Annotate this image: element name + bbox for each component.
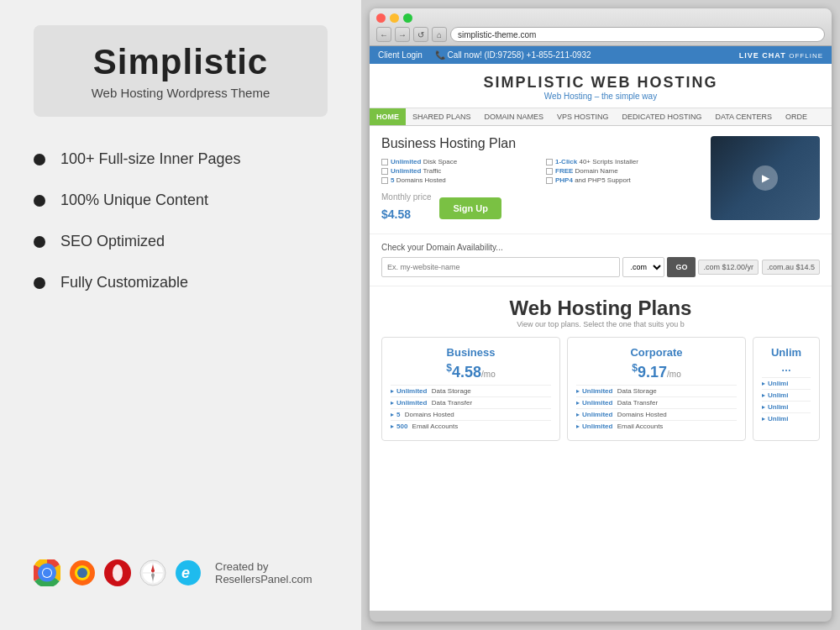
check-icon bbox=[381, 159, 388, 165]
plan-info: Business Hosting Plan Unlimited Disk Spa… bbox=[381, 136, 702, 223]
bullet-icon bbox=[34, 154, 45, 165]
safari-browser-icon bbox=[139, 558, 166, 588]
plan-card-business: Business $4.58/mo Unlimited Data Storage… bbox=[381, 337, 560, 441]
signup-button[interactable]: Sign Up bbox=[439, 197, 501, 219]
list-item: Unlimi bbox=[762, 401, 811, 412]
list-item: Unlimited Data Transfer bbox=[391, 396, 551, 408]
nav-item-home[interactable]: HOME bbox=[370, 108, 406, 125]
svg-point-5 bbox=[77, 568, 87, 578]
left-footer: e Created by ResellersPanel.com bbox=[34, 558, 328, 605]
list-item: Unlimited Data Storage bbox=[391, 385, 551, 396]
list-item: Unlimited Email Accounts bbox=[576, 420, 737, 432]
domain-go-button[interactable]: GO bbox=[667, 257, 696, 277]
svg-point-2 bbox=[43, 569, 51, 577]
site-title: SIMPLISTIC WEB HOSTING bbox=[378, 74, 823, 92]
nav-item-order[interactable]: ORDE bbox=[779, 108, 814, 125]
domain-title: Check your Domain Availability... bbox=[381, 243, 820, 252]
features-list: 100+ Full-size Inner Pages 100% Unique C… bbox=[34, 150, 328, 315]
bullet-icon bbox=[34, 195, 45, 207]
monthly-price: $4.58 bbox=[381, 202, 431, 223]
maximize-dot[interactable] bbox=[403, 13, 412, 23]
list-item: Unlimi bbox=[762, 389, 811, 401]
svg-point-7 bbox=[113, 564, 123, 581]
plan-features-grid: Unlimited Disk Space 1-Click 40+ Scripts… bbox=[381, 158, 702, 184]
nav-item-dedicated[interactable]: DEDICATED HOSTING bbox=[616, 108, 709, 125]
back-button[interactable]: ← bbox=[376, 27, 391, 42]
plans-grid: Business $4.58/mo Unlimited Data Storage… bbox=[381, 337, 820, 441]
domain-tld-select[interactable]: .com .net .org bbox=[622, 257, 664, 277]
minimize-dot[interactable] bbox=[390, 13, 399, 23]
list-item: SEO Optimized bbox=[34, 233, 328, 250]
plan-feature: PHP4 and PHP5 Support bbox=[546, 176, 702, 184]
ie-browser-icon: e bbox=[175, 558, 202, 588]
product-subtitle: Web Hosting Wordpress Theme bbox=[59, 86, 302, 100]
plan-feature: FREE Domain Name bbox=[546, 167, 702, 175]
right-panel: ← → ↺ ⌂ simplistic-theme.com Client Logi… bbox=[361, 0, 840, 630]
plan-features-list: Unlimited Data Storage Unlimited Data Tr… bbox=[391, 385, 551, 432]
bullet-icon bbox=[34, 277, 45, 289]
list-item: Unlimited Data Transfer bbox=[576, 396, 737, 408]
product-title: Simplistic bbox=[59, 42, 302, 82]
window-controls bbox=[376, 13, 825, 23]
plan-pricing: Monthly price $4.58 Sign Up bbox=[381, 192, 702, 223]
login-link[interactable]: Client Login bbox=[378, 50, 423, 60]
url-text: simplistic-theme.com bbox=[458, 30, 536, 39]
website-content: Client Login 📞 Call now! (ID:97258) +1-8… bbox=[370, 46, 832, 611]
footer-credit: Created by ResellersPanel.com bbox=[215, 560, 328, 585]
plan-card-title: Business bbox=[391, 346, 551, 359]
check-icon bbox=[546, 159, 553, 165]
plan-feature: 1-Click 40+ Scripts Installer bbox=[546, 158, 702, 165]
site-header: SIMPLISTIC WEB HOSTING Web Hosting – the… bbox=[370, 64, 832, 108]
plan-card-unlimited: Unlim … Unlimi Unlimi Unlimi Unlimi bbox=[753, 337, 820, 441]
list-item: 5 Domains Hosted bbox=[391, 408, 551, 420]
site-topbar: Client Login 📞 Call now! (ID:97258) +1-8… bbox=[370, 46, 832, 64]
monthly-label: Monthly price bbox=[381, 192, 431, 202]
list-item: Unlimited Domains Hosted bbox=[576, 408, 737, 420]
left-content: Simplistic Web Hosting Wordpress Theme 1… bbox=[34, 25, 328, 315]
list-item: Unlimited Data Storage bbox=[576, 385, 737, 396]
title-box: Simplistic Web Hosting Wordpress Theme bbox=[34, 25, 328, 117]
call-info: 📞 Call now! (ID:97258) +1-855-211-0932 bbox=[435, 50, 591, 60]
browser-toolbar: ← → ↺ ⌂ simplistic-theme.com bbox=[376, 27, 825, 42]
address-bar[interactable]: simplistic-theme.com bbox=[450, 27, 825, 42]
plan-video-thumbnail: ▶ bbox=[711, 136, 820, 220]
play-button[interactable]: ▶ bbox=[753, 165, 778, 191]
list-item: Unlimi bbox=[762, 412, 811, 424]
browser-chrome: ← → ↺ ⌂ simplistic-theme.com bbox=[370, 8, 832, 46]
plan-features-list: Unlimited Data Storage Unlimited Data Tr… bbox=[576, 385, 737, 432]
domain-section: Check your Domain Availability... .com .… bbox=[370, 234, 832, 286]
domain-search-form: .com .net .org GO .com $12.00/yr .com.au… bbox=[381, 257, 820, 277]
opera-browser-icon bbox=[104, 558, 131, 588]
check-icon bbox=[381, 168, 388, 175]
site-nav: HOME SHARED PLANS DOMAIN NAMES VPS HOSTI… bbox=[370, 108, 832, 126]
refresh-button[interactable]: ↺ bbox=[413, 27, 428, 42]
list-item: 500 Email Accounts bbox=[391, 420, 551, 432]
monthly-price-block: Monthly price $4.58 bbox=[381, 192, 431, 223]
nav-item-domain[interactable]: DOMAIN NAMES bbox=[478, 108, 551, 125]
close-dot[interactable] bbox=[376, 13, 386, 23]
plan-features-list: Unlimi Unlimi Unlimi Unlimi bbox=[762, 377, 811, 424]
check-icon bbox=[546, 168, 553, 175]
plan-card-corporate: Corporate $9.17/mo Unlimited Data Storag… bbox=[567, 337, 746, 441]
domain-price-com: .com $12.00/yr bbox=[698, 260, 759, 275]
check-icon bbox=[381, 177, 388, 184]
browser-window: ← → ↺ ⌂ simplistic-theme.com Client Logi… bbox=[370, 8, 832, 622]
domain-price-comau: .com.au $14.5 bbox=[762, 260, 820, 275]
domain-input[interactable] bbox=[381, 257, 620, 277]
list-item: Fully Customizable bbox=[34, 274, 328, 291]
forward-button[interactable]: → bbox=[395, 27, 410, 42]
chrome-browser-icon bbox=[34, 558, 60, 588]
plan-card-price: $9.17/mo bbox=[576, 362, 737, 381]
nav-item-shared[interactable]: SHARED PLANS bbox=[406, 108, 478, 125]
nav-item-vps[interactable]: VPS HOSTING bbox=[550, 108, 616, 125]
plan-card-price: $4.58/mo bbox=[391, 362, 551, 381]
check-icon bbox=[546, 177, 553, 184]
plan-feature: Unlimited Disk Space bbox=[381, 158, 538, 165]
firefox-browser-icon bbox=[69, 558, 96, 588]
list-item: 100+ Full-size Inner Pages bbox=[34, 150, 328, 168]
home-button[interactable]: ⌂ bbox=[432, 27, 447, 42]
live-chat-btn[interactable]: LIVE CHAT OFFLINE bbox=[739, 51, 823, 60]
plans-section-title: Web Hosting Plans bbox=[381, 297, 820, 320]
nav-item-datacenters[interactable]: DATA CENTERS bbox=[708, 108, 779, 125]
site-subtitle: Web Hosting – the simple way bbox=[378, 92, 823, 101]
